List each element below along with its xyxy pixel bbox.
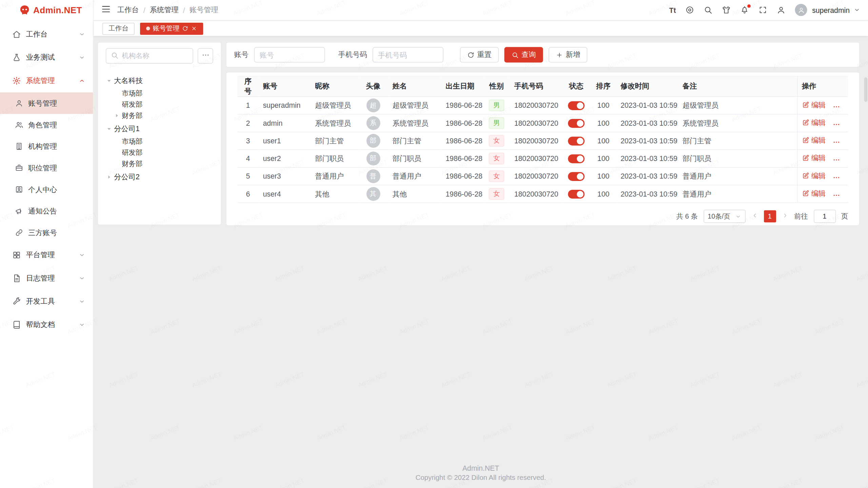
edit-button[interactable]: 编辑 [802, 153, 826, 163]
reset-button[interactable]: 重置 [460, 47, 499, 63]
font-size-icon[interactable]: Tt [669, 6, 676, 14]
column-header: 手机号码 [510, 76, 562, 96]
cell-nickname: 超级管理员 [311, 97, 358, 114]
user-avatar[interactable] [795, 4, 807, 16]
next-page-button[interactable] [781, 212, 788, 221]
edit-button[interactable]: 编辑 [802, 189, 826, 199]
breadcrumb-separator: / [143, 6, 145, 14]
breadcrumb-item[interactable]: 系统管理 [150, 5, 179, 15]
tree-more-button[interactable] [198, 48, 213, 64]
chevron-left-icon [751, 212, 758, 219]
user-menu-chevron-icon[interactable] [854, 7, 861, 14]
row-more-button[interactable] [832, 121, 840, 128]
row-more-button[interactable] [832, 138, 840, 146]
notification-icon[interactable] [740, 5, 749, 14]
chevron-down-icon [854, 7, 861, 14]
submenu-system-management: 账号管理角色管理机构管理职位管理个人中心通知公告三方账号 [0, 93, 93, 244]
status-toggle[interactable] [568, 154, 585, 163]
skin-icon[interactable] [722, 5, 731, 14]
breadcrumb-item[interactable]: 工作台 [117, 5, 139, 15]
page-number-button[interactable]: 1 [764, 210, 776, 222]
row-more-button[interactable] [832, 191, 840, 199]
org-tree: 大名科技市场部研发部财务部分公司1市场部研发部财务部分公司2 [106, 73, 213, 184]
status-toggle[interactable] [568, 172, 585, 181]
column-header: 姓名 [388, 76, 441, 96]
tree-node[interactable]: 市场部 [106, 88, 213, 99]
sidebar-item-business-test[interactable]: 业务测试 [0, 46, 93, 69]
username-button[interactable]: superadmin [812, 6, 850, 14]
cell-modified: 2023-01-03 10:59:44 [616, 167, 678, 185]
tree-node[interactable]: 研发部 [106, 99, 213, 110]
sidebar-item-workbench[interactable]: 工作台 [0, 23, 93, 46]
status-toggle[interactable] [568, 101, 585, 110]
tab-refresh-icon[interactable] [182, 25, 188, 32]
sidebar-item-notice[interactable]: 通知公告 [0, 200, 93, 222]
tree-node[interactable]: 财务部 [106, 158, 213, 169]
sidebar-item-dev-tools[interactable]: 开发工具 [0, 290, 93, 313]
sidebar-item-position-management[interactable]: 职位管理 [0, 157, 93, 179]
column-header: 账号 [258, 76, 310, 96]
tree-node[interactable]: 财务部 [106, 110, 213, 121]
sidebar-item-platform-management[interactable]: 平台管理 [0, 243, 93, 267]
house-icon [12, 30, 21, 39]
goto-page-input[interactable] [813, 210, 835, 223]
column-header: 备注 [678, 76, 797, 96]
cell-name: 其他 [388, 185, 441, 203]
profile-icon[interactable] [777, 5, 786, 14]
row-more-button[interactable] [832, 156, 840, 164]
cell-order: 100 [591, 132, 616, 149]
edit-button[interactable]: 编辑 [802, 100, 826, 110]
refresh-icon [467, 51, 474, 58]
sidebar-item-org-management[interactable]: 机构管理 [0, 136, 93, 157]
tree-node[interactable]: 大名科技 [106, 73, 213, 88]
sidebar-item-account-management[interactable]: 账号管理 [0, 93, 93, 114]
search-icon[interactable] [704, 5, 712, 14]
theme-icon[interactable] [685, 5, 694, 14]
collapse-menu-button[interactable] [101, 4, 111, 16]
row-more-button[interactable] [832, 174, 840, 182]
tree-node[interactable]: 分公司1 [106, 121, 213, 136]
avatar: 普 [366, 169, 380, 183]
avatar: 部 [366, 134, 380, 148]
sidebar-item-help-docs[interactable]: 帮助文档 [0, 313, 93, 337]
page-size-select[interactable]: 10条/页 [703, 210, 745, 223]
search-icon [111, 51, 119, 59]
cell-phone: 18020030720 [510, 114, 562, 132]
status-toggle[interactable] [568, 119, 585, 128]
sidebar-item-system-management[interactable]: 系统管理 [0, 69, 93, 93]
footer: Admin.NET Copyright © 2022 Dilon All rig… [94, 464, 868, 483]
org-search-input[interactable] [122, 52, 188, 60]
add-button[interactable]: 新增 [549, 47, 587, 63]
logo[interactable]: Admin.NET [0, 0, 93, 20]
tree-node[interactable]: 市场部 [106, 136, 213, 147]
edit-button[interactable]: 编辑 [802, 136, 826, 145]
edit-button[interactable]: 编辑 [802, 171, 826, 181]
fullscreen-icon[interactable] [758, 5, 767, 14]
row-more-button[interactable] [832, 103, 840, 111]
hamburger-icon [101, 4, 111, 16]
sidebar-item-role-management[interactable]: 角色管理 [0, 114, 93, 136]
account-input[interactable] [254, 47, 325, 63]
cell-phone: 18020030720 [510, 185, 562, 203]
sidebar-item-third-party-account[interactable]: 三方账号 [0, 222, 93, 244]
sidebar-item-personal-center[interactable]: 个人中心 [0, 179, 93, 200]
status-toggle[interactable] [568, 137, 585, 145]
edit-button[interactable]: 编辑 [802, 118, 826, 128]
tree-node-label: 市场部 [122, 137, 142, 146]
topbar: 工作台/系统管理/账号管理 Ttsuperadmin [94, 0, 868, 20]
search-button[interactable]: 查询 [504, 47, 543, 63]
tree-node[interactable]: 研发部 [106, 147, 213, 158]
tab-1-active[interactable]: 账号管理 [140, 22, 203, 35]
search-icon [512, 51, 519, 58]
sidebar-item-log-management[interactable]: 日志管理 [0, 267, 93, 290]
status-toggle[interactable] [568, 190, 585, 199]
cell-order: 100 [591, 114, 616, 132]
cell-avatar: 其 [358, 185, 388, 203]
tab-close-icon[interactable] [191, 25, 197, 32]
phone-input[interactable] [373, 47, 443, 63]
tree-node[interactable]: 分公司2 [106, 169, 213, 184]
scrollbar-thumb[interactable] [864, 78, 868, 102]
table-row: 6user4其他其其他1986-06-28女180200307201002023… [237, 185, 848, 203]
tab-0[interactable]: 工作台 [102, 22, 135, 35]
prev-page-button[interactable] [751, 212, 758, 221]
